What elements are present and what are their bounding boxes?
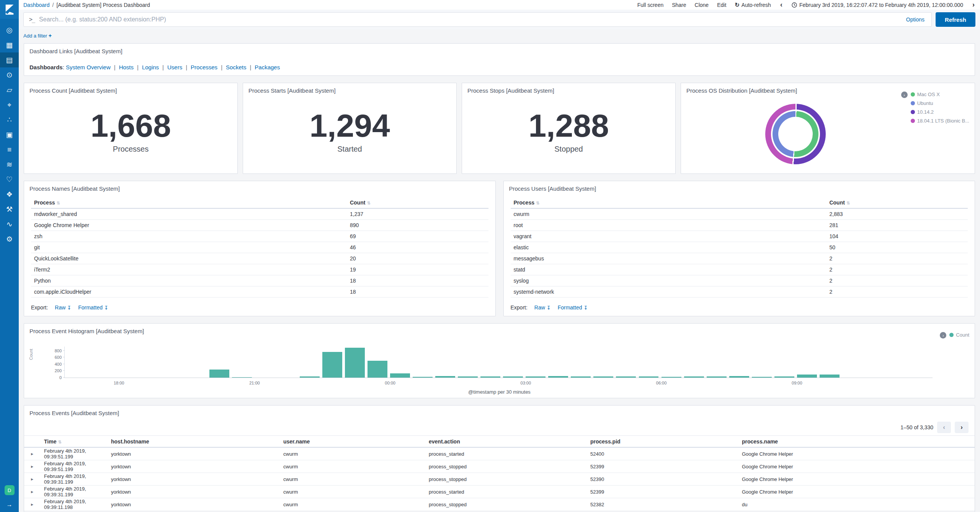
legend-item[interactable]: 18.04.1 LTS (Bionic B...	[911, 118, 969, 124]
column-header-user-name[interactable]: user.name	[283, 438, 429, 445]
donut-outer-ring[interactable]	[765, 104, 826, 164]
legend-item-count[interactable]: Count	[949, 332, 969, 338]
sidebar-item-apm[interactable]: ≋	[0, 157, 19, 172]
auto-refresh-button[interactable]: ↻ Auto-refresh	[735, 2, 771, 8]
histogram-bar[interactable]	[548, 376, 568, 378]
histogram-bar[interactable]	[752, 377, 772, 378]
histogram-bar[interactable]	[526, 376, 546, 378]
clone-button[interactable]: Clone	[695, 2, 709, 8]
sidebar-item-graph[interactable]: ❖	[0, 187, 19, 202]
panel-title: Process Users [Auditbeat System]	[504, 181, 975, 192]
export-raw-link[interactable]: Raw ↧	[534, 304, 551, 311]
sidebar-collapse-arrow-icon[interactable]: →	[7, 501, 13, 508]
sidebar-item-logs[interactable]: ≡	[0, 142, 19, 157]
share-button[interactable]: Share	[672, 2, 686, 8]
legend-item[interactable]: Mac OS X	[911, 92, 969, 97]
legend-item[interactable]: 10.14.2	[911, 109, 969, 115]
histogram-bar[interactable]	[413, 377, 433, 378]
table-row: elastic50	[511, 242, 968, 253]
dashboard-link-packages[interactable]: Packages	[255, 64, 280, 70]
histogram-bar[interactable]	[345, 348, 365, 378]
histogram-bar[interactable]	[797, 375, 817, 378]
histogram-bar[interactable]	[707, 376, 727, 378]
sidebar-item-management[interactable]: ⚙	[0, 232, 19, 247]
sidebar-item-canvas[interactable]: ▱	[0, 82, 19, 97]
expand-row-icon[interactable]: ▸	[31, 502, 44, 507]
sidebar-item-dashboard[interactable]: ▤	[0, 52, 19, 67]
histogram-bar[interactable]	[435, 376, 455, 378]
dashboard-link-sockets[interactable]: Sockets	[226, 64, 246, 70]
column-header-event-action[interactable]: event.action	[429, 438, 590, 445]
legend-item[interactable]: Ubuntu	[911, 100, 969, 106]
histogram-bar[interactable]	[232, 377, 252, 378]
x-axis-title: @timestamp per 30 minutes	[24, 389, 975, 395]
column-header-process-pid[interactable]: process.pid	[590, 438, 742, 445]
histogram-bar[interactable]	[390, 373, 410, 378]
prev-page-button[interactable]: ‹	[937, 422, 951, 433]
sidebar-item-machine-learning[interactable]: ∴	[0, 112, 19, 127]
legend-toggle-icon[interactable]: ›	[901, 92, 908, 98]
sidebar-item-timelion[interactable]: ⊙	[0, 67, 19, 82]
sidebar-item-dev-tools[interactable]: ⚒	[0, 202, 19, 217]
histogram-bar[interactable]	[616, 376, 636, 378]
dashboard-link-system-overview[interactable]: System Overview	[66, 64, 111, 70]
panel-process-events: Process Events [Auditbeat System] 1–50 o…	[24, 405, 975, 512]
histogram-bar[interactable]	[480, 376, 500, 378]
refresh-button[interactable]: Refresh	[936, 12, 975, 27]
next-page-button[interactable]: ›	[955, 422, 969, 433]
histogram-bar[interactable]	[503, 376, 523, 378]
histogram-bar[interactable]	[209, 370, 229, 378]
histogram-bar[interactable]	[774, 376, 794, 378]
time-back-chevron-icon[interactable]: ‹	[779, 1, 783, 9]
column-header-process-name[interactable]: process.name	[742, 438, 968, 445]
sidebar-item-monitoring[interactable]: ∿	[0, 217, 19, 232]
expand-row-icon[interactable]: ▸	[31, 489, 44, 494]
export-formatted-link[interactable]: Formatted ↧	[78, 304, 108, 311]
edit-button[interactable]: Edit	[717, 2, 726, 8]
dashboard-link-hosts[interactable]: Hosts	[119, 64, 134, 70]
breadcrumb-dashboard-link[interactable]: Dashboard	[23, 2, 50, 8]
column-header-host-hostname[interactable]: host.hostname	[111, 438, 283, 445]
histogram-bar[interactable]	[458, 376, 478, 378]
histogram-bar[interactable]	[300, 376, 320, 378]
sidebar-item-uptime[interactable]: ♡	[0, 172, 19, 187]
histogram-bar[interactable]	[729, 376, 749, 378]
expand-row-icon[interactable]: ▸	[31, 451, 44, 456]
dashboard-link-logins[interactable]: Logins	[142, 64, 159, 70]
histogram-bar[interactable]	[662, 377, 681, 378]
column-header-time[interactable]: Time⇅	[44, 438, 111, 445]
export-raw-link[interactable]: Raw ↧	[55, 304, 71, 311]
column-header-process[interactable]: Process⇅	[514, 200, 830, 206]
expand-row-icon[interactable]: ▸	[31, 464, 44, 469]
space-avatar[interactable]: D	[5, 485, 15, 495]
sidebar-item-maps[interactable]: ⌖	[0, 97, 19, 112]
export-formatted-link[interactable]: Formatted ↧	[558, 304, 588, 311]
sidebar-item-discover[interactable]: ◎	[0, 23, 19, 38]
dashboard-link-users[interactable]: Users	[167, 64, 182, 70]
column-header-count[interactable]: Count⇅	[350, 200, 485, 206]
search-input[interactable]	[39, 16, 902, 23]
legend-toggle-icon[interactable]: ›	[940, 332, 946, 339]
link-separator: |	[114, 64, 116, 70]
histogram-bar[interactable]	[368, 361, 387, 378]
expand-row-icon[interactable]: ▸	[31, 476, 44, 482]
donut-inner-ring[interactable]	[773, 111, 818, 157]
histogram-bar[interactable]	[820, 375, 840, 378]
time-range-picker[interactable]: February 3rd 2019, 16:22:07.472 to Febru…	[792, 2, 963, 8]
dashboard-link-processes[interactable]: Processes	[191, 64, 217, 70]
kibana-logo[interactable]	[0, 0, 19, 19]
histogram-bar[interactable]	[684, 376, 704, 378]
table-row: com.apple.iCloudHelper18	[31, 286, 488, 298]
column-header-process[interactable]: Process⇅	[34, 200, 350, 206]
full-screen-button[interactable]: Full screen	[637, 2, 663, 8]
histogram-bar[interactable]	[322, 352, 342, 378]
histogram-bar[interactable]	[639, 376, 659, 378]
histogram-bar[interactable]	[593, 376, 613, 378]
sidebar-item-visualize[interactable]: ▦	[0, 38, 19, 52]
time-forward-chevron-icon[interactable]: ›	[972, 1, 975, 9]
query-options-link[interactable]: Options	[906, 16, 924, 23]
add-filter-button[interactable]: Add a filter +	[23, 33, 52, 39]
histogram-bar[interactable]	[571, 376, 591, 378]
sidebar-item-infrastructure[interactable]: ▣	[0, 127, 19, 142]
column-header-count[interactable]: Count⇅	[829, 200, 965, 206]
